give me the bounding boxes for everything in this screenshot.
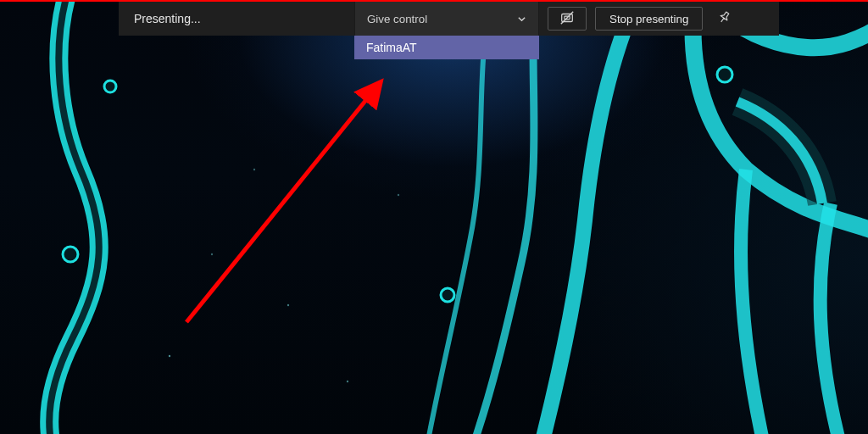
svg-point-4	[169, 355, 170, 357]
pin-toolbar-button[interactable]	[706, 2, 742, 36]
presenting-status: Presenting...	[119, 2, 354, 36]
svg-point-8	[253, 169, 255, 170]
svg-point-3	[717, 67, 732, 82]
give-control-dropdown-item[interactable]: FatimaAT	[354, 36, 539, 59]
participant-name: FatimaAT	[366, 41, 417, 54]
include-system-audio-button[interactable]	[548, 7, 587, 31]
presenting-toolbar: Presenting... Give control FatimaAT Stop…	[119, 2, 779, 36]
stop-presenting-button[interactable]: Stop presenting	[595, 7, 703, 31]
svg-point-6	[347, 381, 348, 382]
status-label: Presenting...	[134, 12, 201, 25]
stop-presenting-label: Stop presenting	[609, 13, 688, 25]
svg-point-2	[441, 288, 454, 302]
svg-point-9	[398, 194, 399, 196]
chevron-down-icon	[517, 14, 526, 24]
give-control-container: Give control FatimaAT	[354, 2, 539, 36]
system-audio-off-icon	[559, 10, 575, 28]
svg-point-7	[211, 253, 213, 255]
svg-point-5	[287, 304, 289, 306]
svg-point-0	[63, 247, 78, 262]
pin-icon	[718, 11, 731, 26]
svg-point-1	[104, 81, 116, 92]
give-control-label: Give control	[367, 13, 427, 25]
desktop-wallpaper	[0, 0, 868, 434]
recording-border	[0, 0, 868, 2]
give-control-dropdown-button[interactable]: Give control	[354, 2, 539, 36]
